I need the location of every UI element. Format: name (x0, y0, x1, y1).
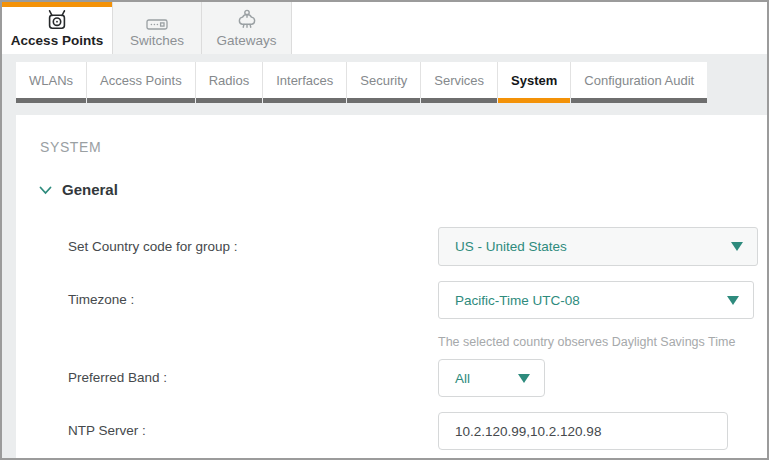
tab-switches-label: Switches (130, 33, 184, 48)
tab-switches[interactable]: Switches (112, 2, 202, 54)
tab-radios-label: Radios (209, 73, 249, 88)
tab-access-points-config-label: Access Points (100, 73, 182, 88)
preferred-band-value: All (455, 371, 470, 386)
country-code-value: US - United States (455, 239, 567, 254)
page-title: SYSTEM (40, 139, 101, 155)
switch-icon (146, 9, 168, 31)
timezone-value: Pacific-Time UTC-08 (455, 293, 580, 308)
tab-radios[interactable]: Radios (196, 62, 263, 98)
tab-services-label: Services (434, 73, 484, 88)
tab-access-points-label: Access Points (11, 33, 103, 48)
network-config-window: Access Points Switches (0, 0, 769, 460)
timezone-dropdown[interactable]: Pacific-Time UTC-08 (438, 281, 754, 319)
tab-configuration-audit[interactable]: Configuration Audit (571, 62, 707, 98)
tab-access-points-config[interactable]: Access Points (87, 62, 196, 98)
country-code-dropdown[interactable]: US - United States (438, 227, 758, 266)
tab-gateways-label: Gateways (216, 33, 276, 48)
tab-system-label: System (511, 73, 557, 88)
dropdown-caret-icon (518, 374, 530, 383)
access-point-icon (45, 9, 69, 31)
dropdown-caret-icon (727, 296, 739, 305)
country-code-label: Set Country code for group : (68, 227, 238, 266)
dropdown-caret-icon (731, 242, 743, 251)
preferred-band-dropdown[interactable]: All (438, 359, 545, 397)
gateway-icon (235, 9, 259, 31)
tab-interfaces[interactable]: Interfaces (263, 62, 347, 98)
tab-security-label: Security (360, 73, 407, 88)
tab-security[interactable]: Security (347, 62, 421, 98)
tab-access-points[interactable]: Access Points (2, 2, 112, 54)
chevron-down-icon (39, 181, 52, 198)
ntp-server-label: NTP Server : (68, 412, 146, 450)
preferred-band-label: Preferred Band : (68, 359, 167, 397)
config-tabbar: WLANs Access Points Radios Interfaces Se… (16, 62, 707, 98)
device-type-tabbar: Access Points Switches (2, 2, 767, 54)
tab-services[interactable]: Services (421, 62, 498, 98)
tab-system[interactable]: System (498, 62, 571, 98)
system-panel: SYSTEM General Set Country code for grou… (16, 115, 767, 458)
general-section-label: General (62, 181, 118, 198)
ntp-server-input[interactable] (438, 412, 728, 450)
timezone-label: Timezone : (68, 281, 134, 319)
tab-wlans-label: WLANs (29, 73, 73, 88)
tab-wlans[interactable]: WLANs (16, 62, 87, 98)
tab-configuration-audit-label: Configuration Audit (584, 73, 694, 88)
tab-interfaces-label: Interfaces (276, 73, 333, 88)
tab-gateways[interactable]: Gateways (202, 2, 292, 54)
dst-note: The selected country observes Daylight S… (438, 335, 735, 349)
general-section-toggle[interactable]: General (39, 181, 118, 198)
